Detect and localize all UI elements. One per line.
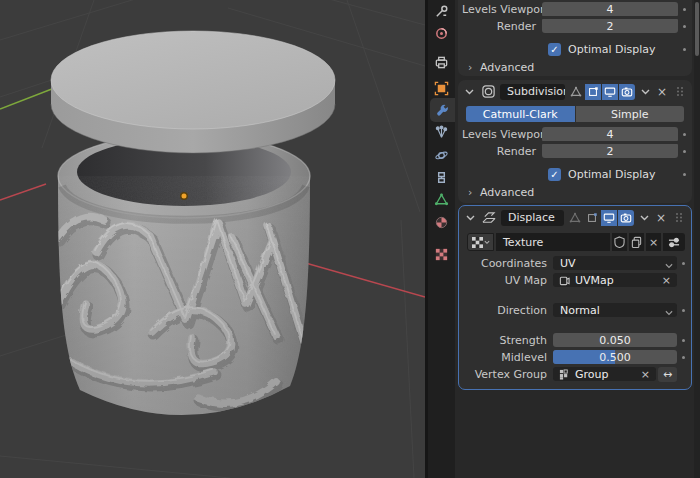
levels-viewport-field[interactable]: 4 [542, 127, 678, 141]
tab-particles[interactable] [428, 121, 455, 143]
modifier-delete-button[interactable]: × [654, 210, 668, 226]
physics-icon [434, 148, 449, 163]
tab-tool[interactable] [428, 0, 455, 22]
modifier-extras-chevron-icon[interactable] [637, 210, 651, 226]
jar-lid [51, 31, 335, 153]
panel-subdivision-modifier: Subdivision... × Catmull-Clark Simple Le… [458, 80, 692, 203]
levels-viewport-label: Levels Viewport [462, 128, 542, 141]
chevron-down-icon [484, 240, 490, 245]
animate-decorator[interactable] [683, 25, 686, 28]
clear-uv-map-icon[interactable]: × [662, 274, 671, 287]
direction-dropdown[interactable]: Normal [553, 303, 677, 317]
optimal-display-label[interactable]: Optimal Display [561, 168, 678, 181]
texture-browse-button[interactable] [467, 233, 494, 251]
tab-modifiers[interactable] [430, 98, 455, 122]
edit-mode-toggle[interactable] [584, 210, 600, 226]
tab-constraints[interactable] [428, 166, 455, 188]
tab-object[interactable] [428, 77, 455, 99]
modifier-extras-chevron-icon[interactable] [638, 84, 652, 100]
subdivision-type-segmented: Catmull-Clark Simple [466, 106, 684, 122]
tab-physics[interactable] [428, 144, 455, 166]
optimal-display-checkbox[interactable]: ✓ [548, 43, 561, 56]
animate-decorator[interactable] [683, 150, 686, 153]
midlevel-slider[interactable]: 0.500 [553, 350, 677, 364]
animate-decorator[interactable] [683, 48, 686, 51]
render-levels-field[interactable]: 2 [542, 19, 678, 33]
midlevel-label: Midlevel [463, 351, 553, 364]
check-icon: ✓ [550, 169, 558, 180]
tab-material[interactable] [428, 211, 455, 233]
texture-checker-icon [434, 247, 449, 262]
modifier-name-field[interactable]: Displace [501, 210, 564, 226]
realtime-display-toggle[interactable] [601, 210, 617, 226]
coordinates-label: Coordinates [463, 257, 553, 270]
panel-subdivision-top: Levels Viewport 4 Render 2 ✓ Optimal Dis… [458, 0, 692, 76]
direction-label: Direction [463, 304, 553, 317]
swap-arrows-icon: ↔ [663, 368, 672, 381]
scrollbar-thumb[interactable] [695, 2, 699, 56]
render-toggle[interactable] [619, 84, 635, 100]
object-properties-icon [434, 81, 449, 96]
vertex-group-label: Vertex Group [463, 368, 553, 381]
object-origin-dot [180, 192, 188, 200]
edit-mode-toggle[interactable] [585, 84, 601, 100]
modifier-drag-handle[interactable] [671, 210, 686, 226]
panel-expand-chevron-icon[interactable] [462, 84, 476, 100]
chevron-right-icon: › [468, 186, 480, 199]
tab-object-data[interactable] [428, 188, 455, 210]
panel-expand-chevron-icon[interactable] [463, 210, 477, 226]
uv-map-label: UV Map [463, 274, 553, 287]
levels-viewport-field[interactable]: 4 [542, 2, 678, 16]
strength-field[interactable]: 0.050 [553, 333, 677, 347]
advanced-section-toggle[interactable]: › Advanced [468, 184, 692, 200]
tab-render[interactable] [428, 22, 455, 44]
unlink-texture-button[interactable]: × [646, 233, 661, 251]
tool-icon [434, 4, 449, 19]
animate-decorator[interactable] [682, 262, 685, 265]
chevron-down-icon [665, 306, 673, 319]
modifier-drag-handle[interactable] [672, 84, 687, 100]
render-label: Render [462, 20, 542, 33]
modifier-delete-button[interactable]: × [655, 84, 669, 100]
animate-decorator[interactable] [682, 339, 685, 342]
realtime-display-toggle[interactable] [602, 84, 618, 100]
scrollbar-track[interactable] [694, 0, 700, 478]
vertex-group-field[interactable]: Group × [553, 367, 656, 381]
material-icon [434, 215, 449, 230]
texture-name-field[interactable]: Texture [496, 233, 610, 251]
render-toggle[interactable] [618, 210, 634, 226]
duplicate-datablock-button[interactable] [629, 233, 644, 251]
chevron-down-icon [665, 259, 673, 272]
animate-decorator[interactable] [682, 356, 685, 359]
animate-decorator[interactable] [683, 133, 686, 136]
render-icon [434, 26, 449, 41]
strength-label: Strength [463, 334, 553, 347]
modifier-name-field[interactable]: Subdivision... [500, 84, 565, 100]
coordinates-dropdown[interactable]: UV [553, 256, 677, 270]
optimal-display-checkbox[interactable]: ✓ [548, 168, 561, 181]
optimal-display-label[interactable]: Optimal Display [561, 43, 678, 56]
check-icon: ✓ [550, 44, 558, 55]
on-cage-toggle[interactable] [567, 210, 583, 226]
animate-decorator[interactable] [683, 8, 686, 11]
uv-map-field[interactable]: UVMap × [553, 273, 677, 287]
uv-map-icon [559, 275, 570, 286]
tab-texture[interactable] [428, 243, 455, 265]
animate-decorator[interactable] [682, 309, 685, 312]
properties-tab-strip [428, 0, 455, 478]
texture-properties-button[interactable] [663, 233, 685, 251]
render-levels-field[interactable]: 2 [542, 144, 678, 158]
on-cage-toggle[interactable] [568, 84, 584, 100]
3d-viewport[interactable] [0, 0, 425, 478]
render-label: Render [462, 145, 542, 158]
simple-button[interactable]: Simple [576, 106, 685, 122]
animate-decorator[interactable] [683, 173, 686, 176]
fake-user-shield-button[interactable] [612, 233, 627, 251]
invert-vertex-group-button[interactable]: ↔ [658, 367, 677, 382]
clear-vertex-group-icon[interactable]: × [641, 368, 650, 381]
advanced-section-toggle[interactable]: › Advanced [468, 59, 692, 75]
tab-output[interactable] [428, 51, 455, 73]
catmull-clark-button[interactable]: Catmull-Clark [466, 106, 575, 122]
object-data-icon [434, 192, 449, 207]
constraints-icon [434, 170, 449, 185]
